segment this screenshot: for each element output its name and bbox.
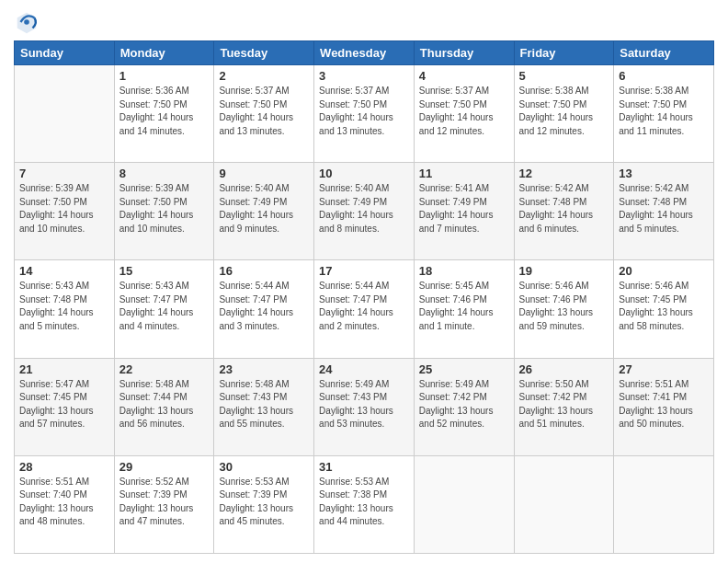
- day-number: 10: [319, 167, 409, 180]
- calendar-cell: 5Sunrise: 5:38 AMSunset: 7:50 PMDaylight…: [514, 65, 614, 163]
- calendar-cell: 19Sunrise: 5:46 AMSunset: 7:46 PMDayligh…: [514, 260, 614, 358]
- day-number: 3: [319, 69, 409, 83]
- day-number: 16: [219, 264, 309, 278]
- day-number: 11: [419, 167, 509, 180]
- calendar-cell: 10Sunrise: 5:40 AMSunset: 7:49 PMDayligh…: [314, 163, 415, 260]
- day-number: 26: [519, 362, 609, 376]
- day-info: Sunrise: 5:47 AMSunset: 7:45 PMDaylight:…: [19, 378, 109, 431]
- calendar-cell: [614, 455, 714, 553]
- day-number: 5: [519, 69, 609, 83]
- calendar-cell: 22Sunrise: 5:48 AMSunset: 7:44 PMDayligh…: [114, 358, 214, 455]
- day-number: 8: [119, 167, 210, 180]
- day-info: Sunrise: 5:37 AMSunset: 7:50 PMDaylight:…: [419, 85, 509, 138]
- day-info: Sunrise: 5:42 AMSunset: 7:48 PMDaylight:…: [619, 182, 709, 236]
- week-row-5: 28Sunrise: 5:51 AMSunset: 7:40 PMDayligh…: [15, 455, 714, 553]
- day-info: Sunrise: 5:46 AMSunset: 7:45 PMDaylight:…: [619, 280, 709, 333]
- day-info: Sunrise: 5:44 AMSunset: 7:47 PMDaylight:…: [319, 280, 409, 333]
- calendar-cell: [15, 65, 115, 163]
- calendar-cell: 7Sunrise: 5:39 AMSunset: 7:50 PMDaylight…: [15, 163, 115, 260]
- calendar-cell: 28Sunrise: 5:51 AMSunset: 7:40 PMDayligh…: [15, 455, 115, 553]
- svg-point-1: [24, 19, 29, 25]
- calendar-cell: 9Sunrise: 5:40 AMSunset: 7:49 PMDaylight…: [214, 163, 314, 260]
- day-info: Sunrise: 5:53 AMSunset: 7:39 PMDaylight:…: [219, 476, 309, 529]
- day-info: Sunrise: 5:43 AMSunset: 7:48 PMDaylight:…: [19, 280, 109, 333]
- calendar-cell: 6Sunrise: 5:38 AMSunset: 7:50 PMDaylight…: [614, 65, 714, 163]
- calendar-cell: 24Sunrise: 5:49 AMSunset: 7:43 PMDayligh…: [314, 358, 415, 455]
- calendar-cell: 2Sunrise: 5:37 AMSunset: 7:50 PMDaylight…: [214, 65, 314, 163]
- day-info: Sunrise: 5:37 AMSunset: 7:50 PMDaylight:…: [219, 85, 309, 138]
- day-number: 1: [119, 69, 210, 83]
- calendar-cell: 27Sunrise: 5:51 AMSunset: 7:41 PMDayligh…: [614, 358, 714, 455]
- calendar-cell: [514, 455, 614, 553]
- day-info: Sunrise: 5:41 AMSunset: 7:49 PMDaylight:…: [419, 182, 509, 236]
- day-info: Sunrise: 5:39 AMSunset: 7:50 PMDaylight:…: [19, 182, 109, 236]
- calendar-cell: 31Sunrise: 5:53 AMSunset: 7:38 PMDayligh…: [314, 455, 415, 553]
- day-number: 27: [619, 362, 709, 376]
- calendar-cell: 11Sunrise: 5:41 AMSunset: 7:49 PMDayligh…: [414, 163, 514, 260]
- week-row-1: 1Sunrise: 5:36 AMSunset: 7:50 PMDaylight…: [15, 65, 714, 163]
- day-info: Sunrise: 5:38 AMSunset: 7:50 PMDaylight:…: [519, 85, 609, 138]
- day-info: Sunrise: 5:53 AMSunset: 7:38 PMDaylight:…: [319, 476, 409, 529]
- day-number: 30: [219, 460, 309, 474]
- calendar-cell: 30Sunrise: 5:53 AMSunset: 7:39 PMDayligh…: [214, 455, 314, 553]
- weekday-header-sunday: Sunday: [15, 41, 115, 65]
- calendar-cell: 23Sunrise: 5:48 AMSunset: 7:43 PMDayligh…: [214, 358, 314, 455]
- day-number: 31: [319, 460, 409, 474]
- page: SundayMondayTuesdayWednesdayThursdayFrid…: [0, 0, 728, 563]
- day-number: 20: [619, 264, 709, 278]
- day-info: Sunrise: 5:39 AMSunset: 7:50 PMDaylight:…: [119, 182, 210, 236]
- day-number: 6: [619, 69, 709, 83]
- calendar-cell: 1Sunrise: 5:36 AMSunset: 7:50 PMDaylight…: [114, 65, 214, 163]
- day-info: Sunrise: 5:51 AMSunset: 7:41 PMDaylight:…: [619, 378, 709, 431]
- weekday-header-row: SundayMondayTuesdayWednesdayThursdayFrid…: [15, 41, 714, 65]
- weekday-header-monday: Monday: [114, 41, 214, 65]
- day-info: Sunrise: 5:49 AMSunset: 7:42 PMDaylight:…: [419, 378, 509, 431]
- day-number: 14: [19, 264, 109, 278]
- day-info: Sunrise: 5:49 AMSunset: 7:43 PMDaylight:…: [319, 378, 409, 431]
- weekday-header-wednesday: Wednesday: [314, 41, 415, 65]
- day-info: Sunrise: 5:51 AMSunset: 7:40 PMDaylight:…: [19, 476, 109, 529]
- calendar-table: SundayMondayTuesdayWednesdayThursdayFrid…: [14, 40, 714, 554]
- day-number: 28: [19, 460, 109, 474]
- day-info: Sunrise: 5:48 AMSunset: 7:44 PMDaylight:…: [119, 378, 210, 431]
- day-info: Sunrise: 5:36 AMSunset: 7:50 PMDaylight:…: [119, 85, 210, 138]
- calendar-cell: 17Sunrise: 5:44 AMSunset: 7:47 PMDayligh…: [314, 260, 415, 358]
- day-number: 15: [119, 264, 210, 278]
- calendar-cell: 4Sunrise: 5:37 AMSunset: 7:50 PMDaylight…: [414, 65, 514, 163]
- day-info: Sunrise: 5:45 AMSunset: 7:46 PMDaylight:…: [419, 280, 509, 333]
- day-info: Sunrise: 5:43 AMSunset: 7:47 PMDaylight:…: [119, 280, 210, 333]
- day-info: Sunrise: 5:40 AMSunset: 7:49 PMDaylight:…: [219, 182, 309, 236]
- day-info: Sunrise: 5:46 AMSunset: 7:46 PMDaylight:…: [519, 280, 609, 333]
- calendar-cell: 20Sunrise: 5:46 AMSunset: 7:45 PMDayligh…: [614, 260, 714, 358]
- day-info: Sunrise: 5:44 AMSunset: 7:47 PMDaylight:…: [219, 280, 309, 333]
- calendar-cell: 25Sunrise: 5:49 AMSunset: 7:42 PMDayligh…: [414, 358, 514, 455]
- day-number: 7: [19, 167, 109, 180]
- day-number: 2: [219, 69, 309, 83]
- day-number: 18: [419, 264, 509, 278]
- calendar-cell: 15Sunrise: 5:43 AMSunset: 7:47 PMDayligh…: [114, 260, 214, 358]
- calendar-cell: 16Sunrise: 5:44 AMSunset: 7:47 PMDayligh…: [214, 260, 314, 358]
- day-info: Sunrise: 5:42 AMSunset: 7:48 PMDaylight:…: [519, 182, 609, 236]
- calendar-cell: [414, 455, 514, 553]
- day-number: 29: [119, 460, 210, 474]
- day-number: 12: [519, 167, 609, 180]
- week-row-3: 14Sunrise: 5:43 AMSunset: 7:48 PMDayligh…: [15, 260, 714, 358]
- logo: [14, 9, 43, 35]
- day-number: 9: [219, 167, 309, 180]
- day-number: 22: [119, 362, 210, 376]
- day-info: Sunrise: 5:40 AMSunset: 7:49 PMDaylight:…: [319, 182, 409, 236]
- calendar-cell: 13Sunrise: 5:42 AMSunset: 7:48 PMDayligh…: [614, 163, 714, 260]
- calendar-cell: 12Sunrise: 5:42 AMSunset: 7:48 PMDayligh…: [514, 163, 614, 260]
- calendar-cell: 29Sunrise: 5:52 AMSunset: 7:39 PMDayligh…: [114, 455, 214, 553]
- calendar-cell: 26Sunrise: 5:50 AMSunset: 7:42 PMDayligh…: [514, 358, 614, 455]
- week-row-4: 21Sunrise: 5:47 AMSunset: 7:45 PMDayligh…: [15, 358, 714, 455]
- day-number: 13: [619, 167, 709, 180]
- day-info: Sunrise: 5:52 AMSunset: 7:39 PMDaylight:…: [119, 476, 210, 529]
- day-number: 17: [319, 264, 409, 278]
- weekday-header-saturday: Saturday: [614, 41, 714, 65]
- weekday-header-friday: Friday: [514, 41, 614, 65]
- day-info: Sunrise: 5:37 AMSunset: 7:50 PMDaylight:…: [319, 85, 409, 138]
- calendar-cell: 3Sunrise: 5:37 AMSunset: 7:50 PMDaylight…: [314, 65, 415, 163]
- calendar-cell: 18Sunrise: 5:45 AMSunset: 7:46 PMDayligh…: [414, 260, 514, 358]
- logo-icon: [14, 9, 40, 35]
